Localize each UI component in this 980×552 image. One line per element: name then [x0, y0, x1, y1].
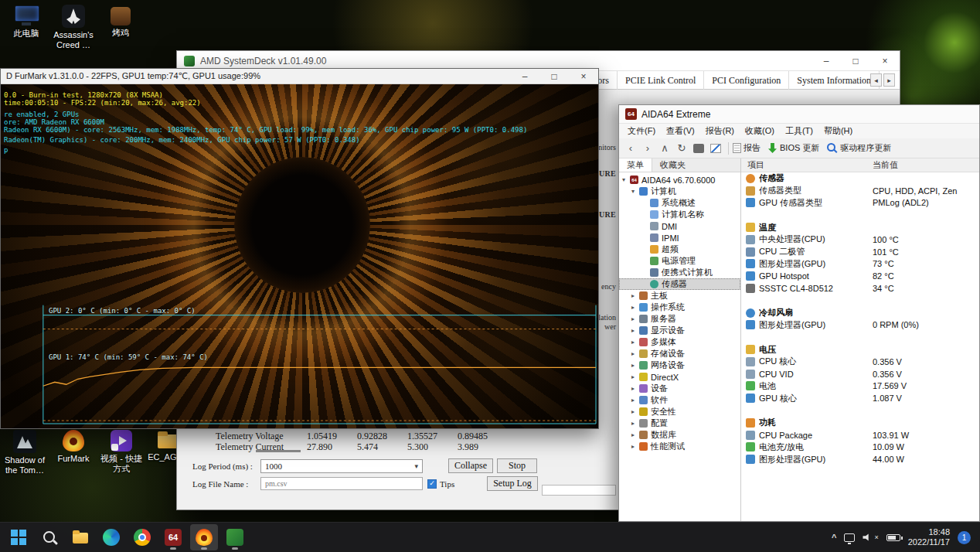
sensor-row[interactable]: 电池 17.569 V	[741, 380, 979, 393]
furmark-titlebar[interactable]: D FurMark v1.31.0.0 - 22FPS, GPU1 temp:7…	[1, 69, 598, 84]
tree-expander-icon[interactable]: ▸	[631, 443, 639, 450]
edge-button[interactable]	[97, 524, 125, 550]
sensor-row[interactable]: 电压	[741, 343, 979, 356]
sensor-row[interactable]: CPU Package 103.91 W	[741, 429, 979, 441]
menu-item[interactable]: 报告(R)	[700, 125, 740, 137]
panel-icon[interactable]	[693, 144, 704, 153]
tree-item[interactable]: ▸ DirectX	[619, 371, 740, 383]
tree-item[interactable]: ▸ 设备	[619, 383, 740, 394]
tree-expander-icon[interactable]: ▸	[631, 362, 639, 369]
forward-icon[interactable]: ›	[639, 142, 656, 154]
back-icon[interactable]: ‹	[622, 142, 639, 154]
sensor-row[interactable]: 中央处理器(CPU) 100 °C	[741, 233, 979, 246]
tree-item[interactable]: ▸ 主板	[619, 290, 740, 302]
log-period-select[interactable]: 1000 ▾	[260, 459, 423, 473]
sensor-row[interactable]: GPU Hotspot 82 °C	[741, 270, 979, 282]
tree-expander-icon[interactable]: ▸	[631, 304, 639, 311]
sensor-row[interactable]: 功耗	[741, 417, 979, 429]
desktop-icon-shadow-tomb[interactable]: Shadow of the Tom…	[2, 430, 48, 475]
tree-item[interactable]: ▸ 数据库	[619, 429, 740, 441]
tree-item[interactable]: ▸ 软件	[619, 394, 740, 406]
tree-item[interactable]: ▸ 存储设备	[619, 348, 740, 359]
tree-item[interactable]: 传感器	[619, 278, 740, 290]
tab[interactable]: PCIE Link Control	[618, 71, 704, 90]
maximize-button[interactable]: □	[539, 69, 569, 83]
tips-checkbox[interactable]: ✓	[427, 479, 437, 489]
tree-expander-icon[interactable]: ▸	[631, 315, 639, 322]
tree-item[interactable]: DMI	[619, 220, 740, 232]
stop-button[interactable]: Stop	[497, 458, 537, 473]
file-explorer-button[interactable]	[66, 524, 94, 550]
desktop-icon-video-shortcut[interactable]: 视频 - 快捷方式	[99, 430, 144, 474]
log-file-input[interactable]: pm.csv	[260, 477, 423, 490]
sensor-row[interactable]: GPU 传感器类型 PMLog (ADL2)	[741, 197, 979, 210]
tree-expander-icon[interactable]: ▸	[631, 408, 639, 415]
systemdeck-taskbar-button[interactable]	[221, 524, 249, 550]
tree-expander-icon[interactable]: ▾	[622, 176, 630, 183]
tab-scroll-left-icon[interactable]: ◂	[870, 73, 882, 87]
sensor-row[interactable]: 温度	[741, 221, 979, 233]
sensor-row[interactable]: 电池充/放电 10.09 W	[741, 441, 979, 454]
sensor-row[interactable]	[741, 209, 979, 221]
tree-item[interactable]: IPMI	[619, 232, 740, 244]
desktop-icon-this-pc[interactable]: 此电脑	[5, 5, 48, 39]
menu-item[interactable]: 工具(T)	[780, 125, 818, 137]
tab[interactable]: PCI Configuration	[704, 71, 789, 90]
menu-item[interactable]: 收藏(O)	[740, 125, 780, 137]
tree-item[interactable]: 超频	[619, 244, 740, 255]
tree-item[interactable]: ▸ 配置	[619, 417, 740, 429]
refresh-icon[interactable]: ↻	[673, 142, 690, 154]
setup-log-button[interactable]: Setup Log	[487, 476, 538, 491]
tab[interactable]: System Information	[789, 71, 880, 90]
tree-expander-icon[interactable]: ▸	[631, 292, 639, 299]
sensor-row[interactable]: 传感器	[741, 172, 979, 185]
tree-expander-icon[interactable]: ▸	[631, 431, 639, 438]
battery-icon[interactable]	[886, 534, 900, 541]
tree-item[interactable]: 电源管理	[619, 255, 740, 267]
tree-expander-icon[interactable]: ▸	[631, 397, 639, 404]
tree-item[interactable]: 便携式计算机	[619, 267, 740, 278]
sensor-row[interactable]	[741, 331, 979, 343]
desktop-icon-furmark[interactable]: FurMark	[51, 430, 96, 464]
close-button[interactable]: ×	[870, 51, 900, 70]
tree-expander-icon[interactable]: ▸	[631, 350, 639, 357]
sensor-row[interactable]: 冷却风扇	[741, 307, 979, 319]
up-icon[interactable]: ∧	[656, 142, 673, 154]
sensor-row[interactable]	[741, 295, 979, 307]
menu-item[interactable]: 查看(V)	[661, 125, 700, 137]
driver-update-button[interactable]: 驱动程序更新	[840, 142, 891, 154]
tree-item[interactable]: ▾ 计算机	[619, 186, 740, 197]
clock[interactable]: 18:48 2022/11/17	[908, 527, 950, 547]
sensor-row[interactable]: 图形处理器(GPU) 44.00 W	[741, 453, 979, 465]
bios-update-button[interactable]: BIOS 更新	[780, 142, 819, 154]
column-value[interactable]: 当前值	[873, 159, 979, 171]
tree-expander-icon[interactable]: ▸	[631, 327, 639, 334]
scrollbar-thumb[interactable]	[256, 450, 301, 452]
menu-item[interactable]: 文件(F)	[622, 125, 661, 137]
tree-item[interactable]: ▾ 64 AIDA64 v6.70.6000	[619, 174, 740, 186]
sensor-row[interactable]: CPU VID 0.356 V	[741, 368, 979, 380]
sensor-row[interactable]: CPU 二极管 101 °C	[741, 246, 979, 258]
tab-menu[interactable]: 菜单	[619, 158, 652, 172]
tree-item[interactable]: ▸ 显示设备	[619, 325, 740, 336]
start-button[interactable]	[5, 524, 32, 550]
tree-expander-icon[interactable]: ▾	[631, 188, 639, 195]
hidden-icons-chevron-icon[interactable]: ^	[832, 533, 836, 542]
menu-item[interactable]: 帮助(H)	[818, 125, 858, 137]
sensor-row[interactable]: GPU 核心 1.087 V	[741, 392, 979, 404]
chart-icon[interactable]	[710, 144, 721, 153]
tree-item[interactable]: ▸ 网络设备	[619, 359, 740, 371]
tab-scroll-right-icon[interactable]: ▸	[883, 73, 895, 87]
maximize-button[interactable]: □	[841, 51, 870, 70]
tree-item[interactable]: ▸ 操作系统	[619, 302, 740, 313]
tree-expander-icon[interactable]: ▸	[631, 339, 639, 346]
tree-item[interactable]: ▸ 性能测试	[619, 441, 740, 452]
tree-item[interactable]: ▸ 多媒体	[619, 336, 740, 348]
sensor-row[interactable]: 传感器类型 CPU, HDD, ACPI, Zen	[741, 185, 979, 197]
notification-badge[interactable]: 1	[958, 531, 971, 544]
tree-expander-icon[interactable]: ▸	[631, 385, 639, 392]
tree-item[interactable]: ▸ 安全性	[619, 406, 740, 417]
aida64-taskbar-button[interactable]: 64	[159, 524, 187, 550]
sensor-row[interactable]: SSSTC CL4-8D512 34 °C	[741, 282, 979, 295]
sensor-row[interactable]: 图形处理器(GPU) 0 RPM (0%)	[741, 319, 979, 332]
